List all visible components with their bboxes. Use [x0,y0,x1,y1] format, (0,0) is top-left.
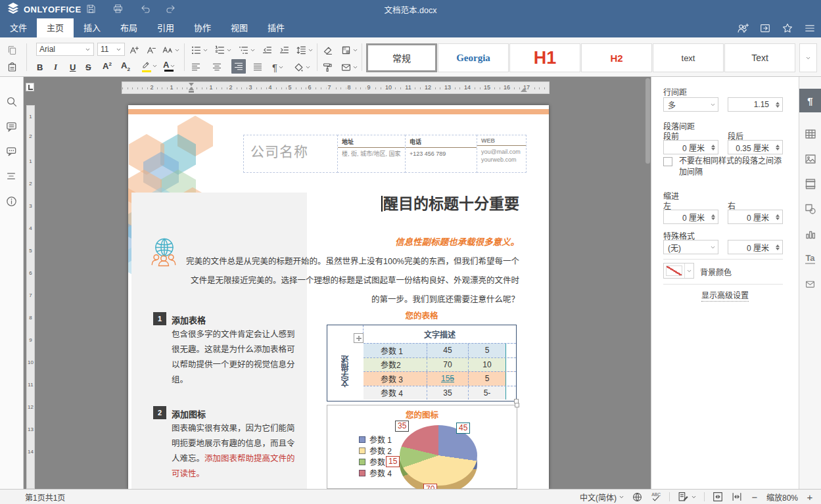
add-user-icon[interactable] [737,22,749,34]
menu-tab-协作[interactable]: 协作 [184,18,221,37]
zoom-out-button[interactable]: − [750,492,759,503]
table-row[interactable]: 参数 4 35 5- [364,386,516,400]
underline-button[interactable]: U [70,60,76,74]
document-area[interactable]: 211234567891011121314151617 121234567891… [24,77,651,489]
menu-tab-插件[interactable]: 插件 [258,18,294,37]
comments-icon[interactable] [5,120,18,135]
align-right-icon[interactable] [231,59,246,74]
shape-settings-icon[interactable] [799,197,821,221]
highlight-color-icon[interactable] [141,58,158,73]
document-heading[interactable]: 醒目的标题十分重要 [293,191,519,214]
navigation-icon[interactable] [5,170,17,185]
language-selector[interactable]: 中文(简体) [580,492,624,503]
no-space-same-style-label[interactable]: 不要在相同样式的段落之间添加间隔 [679,156,787,178]
increase-font-icon[interactable] [129,43,140,57]
company-address-cell[interactable]: 地址 楼, 街, 城市/地区, 国家 [337,135,406,173]
about-icon[interactable] [5,195,18,210]
redo-icon[interactable] [165,3,176,17]
no-space-same-style-checkbox[interactable] [663,157,672,166]
special-format-select[interactable]: (无) [663,240,718,254]
table-row-header[interactable]: 文字描述 [327,343,364,400]
align-left-icon[interactable] [191,60,201,74]
table-row[interactable]: 参数 1 45 5 [364,343,516,357]
mail-merge-icon[interactable] [340,60,358,74]
cell-value-2[interactable]: 5- [469,386,505,400]
step-1-text[interactable]: 包含很多字的文件肯定会让人感到很无趣。这就是为什么添加表格可以帮助提供一个更好的… [172,327,300,388]
right-indent-marker[interactable] [521,88,527,92]
cell-value-1[interactable]: 155 [427,372,469,386]
table-caption[interactable]: 您的表格 [327,309,517,321]
table-move-handle-icon[interactable] [354,333,364,343]
background-color-picker[interactable] [663,263,694,279]
vertical-ruler[interactable]: 121234567891011121314 [26,105,35,489]
bullet-list-icon[interactable] [191,43,208,57]
align-center-icon[interactable] [212,60,222,74]
style-preview-Text[interactable]: Text [724,43,795,72]
cell-value-1[interactable]: 35 [427,386,469,400]
advanced-settings-link[interactable]: 显示高级设置 [651,289,799,300]
superscript-button[interactable]: A2 [103,60,112,74]
chart-settings-icon[interactable] [799,222,821,246]
mail-merge-settings-icon[interactable] [799,272,821,296]
style-preview-H1[interactable]: H1 [509,43,580,72]
cell-label[interactable]: 参数 1 [364,344,427,357]
clear-style-icon[interactable] [322,43,333,57]
font-color-icon[interactable]: A [163,58,176,73]
paragraph-shading-icon[interactable] [293,60,311,74]
chart-resize-handle[interactable] [515,403,519,407]
font-size-select[interactable]: 11 [97,43,125,56]
multilevel-list-icon[interactable] [238,43,256,57]
spellcheck-icon[interactable]: ABC [650,491,662,503]
table-row[interactable]: 参数2 70 10 [364,357,516,372]
paragraph-settings-icon[interactable]: ¶ [799,89,821,112]
document-page[interactable]: 公司名称 地址 楼, 街, 城市/地区, 国家 电话 +123 456 789 … [128,105,549,489]
cell-label[interactable]: 参数2 [364,358,427,372]
cell-label[interactable]: 参数 3 [364,372,427,386]
decrease-indent-icon[interactable] [262,43,273,57]
numbered-list-icon[interactable] [214,43,232,57]
decrease-font-icon[interactable] [146,43,157,57]
special-format-spinner[interactable]: 0 厘米 [728,240,783,254]
line-spacing-icon[interactable] [296,43,314,57]
table-corner-cell[interactable] [327,325,364,343]
horizontal-ruler[interactable]: 211234567891011121314151617 [122,81,550,94]
line-spacing-factor-spinner[interactable]: 1.15 [728,97,783,112]
company-name[interactable]: 公司名称 [243,135,338,173]
company-header-table[interactable]: 公司名称 地址 楼, 街, 城市/地区, 国家 电话 +123 456 789 … [243,135,527,173]
cell-value-2[interactable]: 10 [469,358,505,372]
document-language-icon[interactable] [632,492,643,503]
style-preview-H2[interactable]: H2 [581,43,652,72]
menu-tab-视图[interactable]: 视图 [221,18,258,37]
paste-icon[interactable] [7,60,18,74]
style-preview-Georgia[interactable]: Georgia [438,43,509,72]
strikethrough-button[interactable]: S [85,60,91,74]
step-2-text[interactable]: 图表确实很有效果，因为它们能简明扼要地展示有趣的信息，而且令人难忘。添加图表帮助… [172,421,300,482]
globe-people-icon[interactable] [145,234,182,271]
fit-width-icon[interactable] [731,491,743,503]
styles-gallery-expand-icon[interactable] [799,43,817,72]
document-subtitle[interactable]: 信息性副标题也承载很多意义。 [293,235,519,248]
copy-icon[interactable] [7,43,18,57]
cell-value-1[interactable]: 45 [427,344,469,357]
subscript-button[interactable]: A2 [121,60,130,74]
header-footer-settings-icon[interactable] [799,172,821,196]
format-painter-icon[interactable] [322,60,333,74]
change-case-icon[interactable] [162,43,180,57]
menu-tab-主页[interactable]: 主页 [37,18,74,37]
menu-tab-布局[interactable]: 布局 [110,18,147,37]
spacing-before-spinner[interactable]: 0 厘米 [663,140,718,154]
first-line-indent-marker[interactable] [189,83,194,86]
cell-value-2[interactable]: 5 [469,344,505,357]
table-settings-icon[interactable] [799,122,821,146]
italic-button[interactable]: I [54,60,57,74]
menu-tab-文件[interactable]: 文件 [0,18,37,37]
table-row[interactable]: 参数 3 155 5 [364,371,516,386]
step-2-title[interactable]: 添加图标 [172,407,206,420]
increase-indent-icon[interactable] [279,43,290,57]
data-table[interactable]: 文字描述 文字描述 参数 1 45 5 参数2 70 10 参数 3 155 [327,325,517,401]
cell-label[interactable]: 参数 4 [364,386,427,400]
style-preview-常规[interactable]: 常规 [366,43,437,72]
favorite-star-icon[interactable] [782,22,793,34]
spacing-after-spinner[interactable]: 0.35 厘米 [728,140,783,154]
left-indent-marker[interactable] [189,87,194,90]
